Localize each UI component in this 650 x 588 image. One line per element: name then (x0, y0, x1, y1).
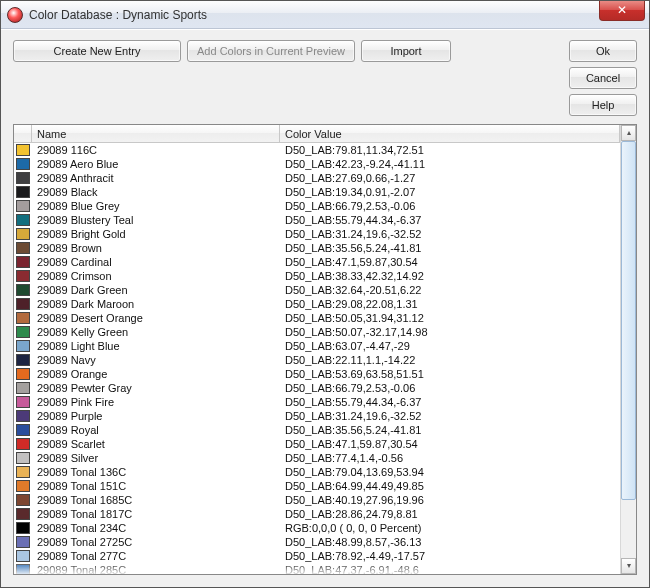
color-swatch[interactable] (14, 479, 32, 493)
color-name-cell[interactable]: 29089 Tonal 1685C (32, 493, 280, 507)
window-close-button[interactable]: ✕ (599, 1, 645, 21)
color-name-cell[interactable]: 29089 Kelly Green (32, 325, 280, 339)
color-swatch[interactable] (14, 269, 32, 283)
color-value-cell[interactable]: D50_LAB:19.34,0.91,-2.07 (280, 185, 620, 199)
color-name-cell[interactable]: 29089 Tonal 285C (32, 563, 280, 574)
color-value-cell[interactable]: D50_LAB:53.69,63.58,51.51 (280, 367, 620, 381)
color-name-cell[interactable]: 29089 Tonal 151C (32, 479, 280, 493)
color-value-cell[interactable]: D50_LAB:29.08,22.08,1.31 (280, 297, 620, 311)
color-value-cell[interactable]: D50_LAB:55.79,44.34,-6.37 (280, 395, 620, 409)
color-value-cell[interactable]: D50_LAB:78.92,-4.49,-17.57 (280, 549, 620, 563)
color-name-cell[interactable]: 29089 Black (32, 185, 280, 199)
color-name-cell[interactable]: 29089 Navy (32, 353, 280, 367)
color-swatch[interactable] (14, 325, 32, 339)
color-swatch[interactable] (14, 227, 32, 241)
help-button[interactable]: Help (569, 94, 637, 116)
color-swatch[interactable] (14, 521, 32, 535)
color-swatch[interactable] (14, 367, 32, 381)
color-name-cell[interactable]: 29089 Royal (32, 423, 280, 437)
color-name-cell[interactable]: 29089 Tonal 277C (32, 549, 280, 563)
create-new-entry-button[interactable]: Create New Entry (13, 40, 181, 62)
color-swatch[interactable] (14, 339, 32, 353)
scroll-up-arrow-icon[interactable]: ▴ (621, 125, 636, 141)
color-value-cell[interactable]: D50_LAB:27.69,0.66,-1.27 (280, 171, 620, 185)
color-name-cell[interactable]: 29089 Dark Maroon (32, 297, 280, 311)
color-value-cell[interactable]: RGB:0,0,0 ( 0, 0, 0 Percent) (280, 521, 620, 535)
color-swatch[interactable] (14, 143, 32, 157)
color-swatch[interactable] (14, 241, 32, 255)
color-value-cell[interactable]: D50_LAB:38.33,42.32,14.92 (280, 269, 620, 283)
color-swatch[interactable] (14, 423, 32, 437)
color-value-cell[interactable]: D50_LAB:47.1,59.87,30.54 (280, 437, 620, 451)
color-name-cell[interactable]: 29089 Pewter Gray (32, 381, 280, 395)
color-name-cell[interactable]: 29089 Tonal 2725C (32, 535, 280, 549)
color-name-cell[interactable]: 29089 Pink Fire (32, 395, 280, 409)
color-swatch[interactable] (14, 297, 32, 311)
color-name-cell[interactable]: 29089 Purple (32, 409, 280, 423)
color-name-cell[interactable]: 29089 Brown (32, 241, 280, 255)
color-value-cell[interactable]: D50_LAB:42.23,-9.24,-41.11 (280, 157, 620, 171)
color-value-cell[interactable]: D50_LAB:48.99,8.57,-36.13 (280, 535, 620, 549)
color-value-cell[interactable]: D50_LAB:79.81,11.34,72.51 (280, 143, 620, 157)
color-value-cell[interactable]: D50_LAB:31.24,19.6,-32.52 (280, 409, 620, 423)
color-swatch[interactable] (14, 437, 32, 451)
color-value-cell[interactable]: D50_LAB:79.04,13.69,53.94 (280, 465, 620, 479)
scroll-down-arrow-icon[interactable]: ▾ (621, 558, 636, 574)
color-swatch[interactable] (14, 171, 32, 185)
color-name-cell[interactable]: 29089 Cardinal (32, 255, 280, 269)
color-name-cell[interactable]: 29089 Scarlet (32, 437, 280, 451)
color-name-cell[interactable]: 29089 Blustery Teal (32, 213, 280, 227)
color-value-cell[interactable]: D50_LAB:50.05,31.94,31.12 (280, 311, 620, 325)
column-header-value[interactable]: Color Value (280, 125, 620, 143)
color-value-cell[interactable]: D50_LAB:32.64,-20.51,6.22 (280, 283, 620, 297)
color-swatch[interactable] (14, 255, 32, 269)
color-swatch[interactable] (14, 213, 32, 227)
ok-button[interactable]: Ok (569, 40, 637, 62)
color-swatch[interactable] (14, 353, 32, 367)
color-name-cell[interactable]: 29089 Desert Orange (32, 311, 280, 325)
color-name-cell[interactable]: 29089 Light Blue (32, 339, 280, 353)
color-swatch[interactable] (14, 535, 32, 549)
import-button[interactable]: Import (361, 40, 451, 62)
vertical-scrollbar[interactable]: ▴ ▾ (620, 125, 636, 574)
color-swatch[interactable] (14, 199, 32, 213)
color-name-cell[interactable]: 29089 Bright Gold (32, 227, 280, 241)
color-value-cell[interactable]: D50_LAB:47.37,-6.91,-48.6 (280, 563, 620, 574)
color-swatch[interactable] (14, 283, 32, 297)
color-swatch[interactable] (14, 451, 32, 465)
color-name-cell[interactable]: 29089 Aero Blue (32, 157, 280, 171)
color-value-cell[interactable]: D50_LAB:63.07,-4.47,-29 (280, 339, 620, 353)
color-swatch[interactable] (14, 185, 32, 199)
color-value-cell[interactable]: D50_LAB:35.56,5.24,-41.81 (280, 423, 620, 437)
color-value-cell[interactable]: D50_LAB:55.79,44.34,-6.37 (280, 213, 620, 227)
color-swatch[interactable] (14, 381, 32, 395)
column-header-swatch[interactable] (14, 125, 32, 143)
color-value-cell[interactable]: D50_LAB:66.79,2.53,-0.06 (280, 381, 620, 395)
color-name-cell[interactable]: 29089 Silver (32, 451, 280, 465)
color-name-cell[interactable]: 29089 Tonal 234C (32, 521, 280, 535)
color-name-cell[interactable]: 29089 116C (32, 143, 280, 157)
color-swatch[interactable] (14, 409, 32, 423)
color-name-cell[interactable]: 29089 Tonal 136C (32, 465, 280, 479)
color-value-cell[interactable]: D50_LAB:35.56,5.24,-41.81 (280, 241, 620, 255)
color-name-cell[interactable]: 29089 Dark Green (32, 283, 280, 297)
color-swatch[interactable] (14, 395, 32, 409)
color-value-cell[interactable]: D50_LAB:31.24,19.6,-32.52 (280, 227, 620, 241)
color-value-cell[interactable]: D50_LAB:28.86,24.79,8.81 (280, 507, 620, 521)
color-name-cell[interactable]: 29089 Crimson (32, 269, 280, 283)
color-swatch[interactable] (14, 549, 32, 563)
color-swatch[interactable] (14, 157, 32, 171)
color-value-cell[interactable]: D50_LAB:47.1,59.87,30.54 (280, 255, 620, 269)
color-swatch[interactable] (14, 563, 32, 574)
column-header-name[interactable]: Name (32, 125, 280, 143)
color-swatch[interactable] (14, 507, 32, 521)
color-name-cell[interactable]: 29089 Tonal 1817C (32, 507, 280, 521)
color-value-cell[interactable]: D50_LAB:64.99,44.49,49.85 (280, 479, 620, 493)
color-value-cell[interactable]: D50_LAB:50.07,-32.17,14.98 (280, 325, 620, 339)
scroll-thumb[interactable] (621, 141, 636, 500)
color-swatch[interactable] (14, 465, 32, 479)
color-name-cell[interactable]: 29089 Anthracit (32, 171, 280, 185)
color-name-cell[interactable]: 29089 Orange (32, 367, 280, 381)
color-value-cell[interactable]: D50_LAB:22.11,1.1,-14.22 (280, 353, 620, 367)
color-value-cell[interactable]: D50_LAB:66.79,2.53,-0.06 (280, 199, 620, 213)
